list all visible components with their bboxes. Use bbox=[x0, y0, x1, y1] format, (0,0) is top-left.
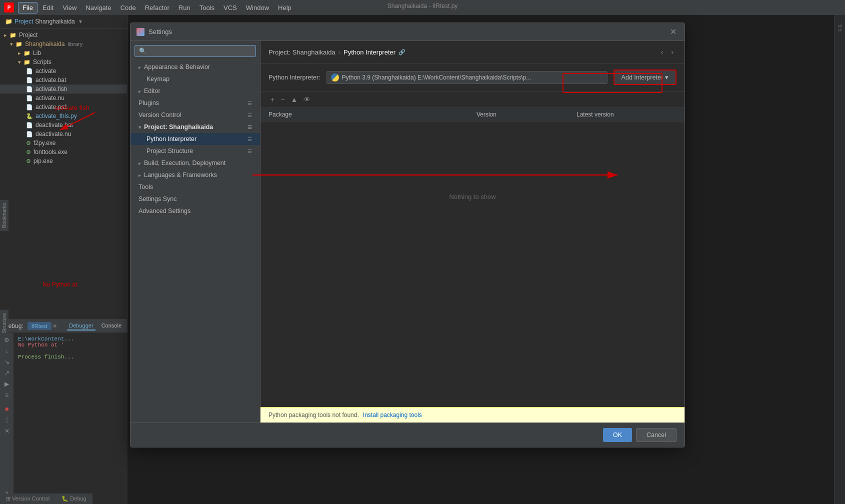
tree-lib[interactable]: ▸ 📁 Lib bbox=[0, 48, 127, 58]
dialog-titlebar: Settings ✕ bbox=[130, 23, 684, 41]
status-text: Python packaging tools not found. bbox=[268, 412, 359, 418]
col-version-header: Version bbox=[476, 111, 576, 118]
structure-tab[interactable]: Structure bbox=[0, 310, 8, 336]
interpreter-label: Python Interpreter: bbox=[268, 74, 320, 81]
sidebar-item-appearance[interactable]: ▸ Appearance & Behavior bbox=[130, 61, 260, 73]
settings-sidebar: ▸ Appearance & Behavior Keymap ▸ Editor … bbox=[130, 41, 260, 422]
debug-evaluate-btn[interactable]: ≡ bbox=[2, 390, 12, 400]
menu-vcs[interactable]: VCS bbox=[220, 2, 241, 13]
debug-body: ⚙ ↓ ↘ ↗ ▶ ≡ ■ ⋮ ✕ » E:\WorkContent... No… bbox=[0, 333, 128, 500]
console-line-2: No Python at ' bbox=[18, 342, 124, 348]
sidebar-item-keymap[interactable]: Keymap bbox=[130, 73, 260, 85]
bottom-tabs: ⊞ Version Control 🐛 Debug bbox=[0, 493, 92, 504]
tree-activate[interactable]: 📄 activate bbox=[0, 66, 127, 76]
tree-activate-this-py[interactable]: 🐍 activate_this.py bbox=[0, 112, 127, 120]
sidebar-item-build[interactable]: ▸ Build, Execution, Deployment bbox=[130, 157, 260, 169]
sidebar-item-python-interpreter[interactable]: Python Interpreter ☰ bbox=[130, 133, 260, 145]
sidebar-item-tools[interactable]: Tools bbox=[130, 181, 260, 193]
sidebar-item-project-structure[interactable]: Project Structure ☰ bbox=[130, 145, 260, 157]
debug-header: Debug: IIRtest ✕ Debugger Console bbox=[0, 320, 128, 333]
settings-search-input[interactable] bbox=[134, 45, 256, 57]
pkg-remove-button[interactable]: − bbox=[278, 94, 286, 104]
tree-deactivate-nu[interactable]: 📄 deactivate.nu bbox=[0, 130, 127, 138]
tab-console[interactable]: Console bbox=[100, 322, 124, 330]
debug-settings-btn[interactable]: ⋮ bbox=[2, 415, 12, 425]
tree-scripts[interactable]: ▾ 📁 Scripts bbox=[0, 58, 127, 66]
menu-navigate[interactable]: Navigate bbox=[82, 2, 115, 13]
add-interpreter-button[interactable]: Add Interpreter ▾ bbox=[614, 70, 676, 85]
menu-view[interactable]: View bbox=[58, 2, 80, 13]
nav-buttons: ‹ › bbox=[658, 47, 676, 57]
status-bar: Python packaging tools not found. Instal… bbox=[260, 407, 684, 422]
menu-window[interactable]: Window bbox=[242, 2, 273, 13]
sidebar-item-plugins[interactable]: Plugins ☰ bbox=[130, 97, 260, 109]
menu-run[interactable]: Run bbox=[174, 2, 194, 13]
pkg-add-button[interactable]: + bbox=[268, 94, 276, 104]
project-label: Project bbox=[14, 18, 33, 25]
menu-tools[interactable]: Tools bbox=[196, 2, 218, 13]
tree-activate-bat[interactable]: 📄 activate.bat bbox=[0, 76, 127, 84]
ide-title: Shanghaikaida - IIRtest.py bbox=[388, 2, 458, 10]
tree-fonttools-exe[interactable]: ⚙ fonttools.exe bbox=[0, 148, 127, 156]
pkg-eye-button[interactable]: 👁 bbox=[302, 94, 312, 104]
tree-activate-nu[interactable]: 📄 activate.nu bbox=[0, 94, 127, 102]
debug-panel: Debug: IIRtest ✕ Debugger Console ⚙ ↓ ↘ … bbox=[0, 319, 128, 504]
menu-file[interactable]: File bbox=[18, 2, 38, 14]
pkg-upgrade-button[interactable]: ▲ bbox=[288, 94, 300, 104]
debug-step-out-btn[interactable]: ↗ bbox=[2, 368, 12, 378]
version-control-tab[interactable]: ⊞ Version Control bbox=[0, 494, 56, 504]
tree-activate-ps1[interactable]: 📄 activate.ps1 bbox=[0, 102, 127, 112]
bookmarks-tab[interactable]: Bookmarks bbox=[0, 200, 8, 231]
debug-toolbar: ⚙ ↓ ↘ ↗ ▶ ≡ ■ ⋮ ✕ » bbox=[0, 333, 14, 500]
debug-restart-btn[interactable]: ⚙ bbox=[2, 335, 12, 345]
col-package-header: Package bbox=[268, 111, 476, 118]
debug-run-cursor-btn[interactable]: ▶ bbox=[2, 379, 12, 389]
menu-refactor[interactable]: Refactor bbox=[141, 2, 174, 13]
content-header: Project: Shanghaikaida › Python Interpre… bbox=[260, 41, 684, 64]
console-output: E:\WorkContent... No Python at ' Process… bbox=[14, 333, 128, 500]
menu-edit[interactable]: Edit bbox=[38, 2, 58, 13]
debug-tab-bottom[interactable]: 🐛 Debug bbox=[56, 494, 92, 504]
interpreter-row: Python Interpreter: Python 3.9 (Shanghai… bbox=[260, 64, 684, 92]
dialog-logo bbox=[136, 28, 144, 36]
debug-step-into-btn[interactable]: ↘ bbox=[2, 357, 12, 367]
tree-shanghaikaida[interactable]: ▾ 📁 Shanghaikaida library bbox=[0, 40, 127, 48]
sidebar-item-editor[interactable]: ▸ Editor bbox=[130, 85, 260, 97]
sidebar-item-project[interactable]: ▾ Project: Shanghaikaida ☰ bbox=[130, 121, 260, 133]
sidebar-item-version-control[interactable]: Version Control ☰ bbox=[130, 109, 260, 121]
install-packaging-tools-link[interactable]: Install packaging tools bbox=[363, 412, 422, 418]
dialog-close-button[interactable]: ✕ bbox=[668, 27, 678, 36]
breadcrumb-root: Project: Shanghaikaida bbox=[268, 48, 336, 56]
debug-stop-btn[interactable]: ■ bbox=[2, 404, 12, 414]
breadcrumb-current: Python Interpreter bbox=[344, 48, 396, 56]
menu-help[interactable]: Help bbox=[274, 2, 296, 13]
tree-root[interactable]: ▸ 📁 Project bbox=[0, 30, 127, 40]
tree-activate-fish[interactable]: 📄 activate.fish bbox=[0, 84, 127, 94]
cancel-button[interactable]: Cancel bbox=[636, 428, 676, 442]
settings-dialog: Settings ✕ ▸ Appearance & Behavior Keyma… bbox=[130, 22, 685, 448]
tab-debugger[interactable]: Debugger bbox=[67, 322, 95, 330]
nav-forward-button[interactable]: › bbox=[668, 47, 676, 57]
settings-overlay: Settings ✕ ▸ Appearance & Behavior Keyma… bbox=[128, 15, 845, 504]
menu-code[interactable]: Code bbox=[116, 2, 140, 13]
dialog-title: Settings bbox=[148, 28, 668, 36]
sidebar-item-settings-sync[interactable]: Settings Sync bbox=[130, 193, 260, 205]
tree-pip-exe[interactable]: ⚙ pip.exe bbox=[0, 156, 127, 166]
nav-back-button[interactable]: ‹ bbox=[658, 47, 666, 57]
interpreter-dropdown[interactable]: Python 3.9 (Shanghaikaida) E:\WorkConten… bbox=[326, 71, 608, 84]
sidebar-item-advanced-settings[interactable]: Advanced Settings bbox=[130, 205, 260, 217]
ok-button[interactable]: OK bbox=[603, 428, 632, 442]
table-empty-message: Nothing to show bbox=[260, 122, 684, 272]
debug-close-btn[interactable]: ✕ bbox=[2, 426, 12, 436]
dialog-body: ▸ Appearance & Behavior Keymap ▸ Editor … bbox=[130, 41, 684, 422]
app-logo: P bbox=[4, 2, 14, 12]
console-line-3: Process finish... bbox=[18, 354, 124, 360]
sidebar-item-languages[interactable]: ▸ Languages & Frameworks bbox=[130, 169, 260, 181]
table-header: Package Version Latest version bbox=[260, 108, 684, 122]
debug-step-over-btn[interactable]: ↓ bbox=[2, 346, 12, 356]
tree-f2py-exe[interactable]: ⚙ f2py.exe bbox=[0, 138, 127, 148]
interpreter-value: Python 3.9 (Shanghaikaida) E:\WorkConten… bbox=[342, 74, 603, 81]
tree-deactivate-bat[interactable]: 📄 deactivate.bat bbox=[0, 120, 127, 130]
breadcrumb: Project: Shanghaikaida › Python Interpre… bbox=[268, 48, 658, 56]
console-line-1: E:\WorkContent... bbox=[18, 336, 124, 342]
